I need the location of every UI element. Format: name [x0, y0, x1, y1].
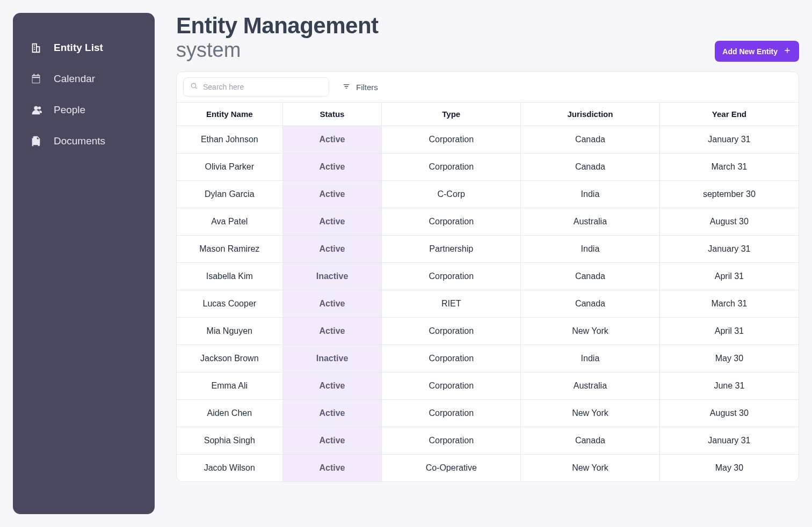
- cell-type: RIET: [382, 290, 521, 318]
- table-header-row: Entity Name Status Type Jurisdiction Yea…: [177, 103, 799, 126]
- cell-type: Partnership: [382, 236, 521, 263]
- sidebar-item-label: Documents: [54, 135, 105, 147]
- cell-status: Inactive: [282, 263, 382, 290]
- cell-jurisdiction: New York: [521, 455, 660, 482]
- search-box[interactable]: [183, 77, 329, 97]
- table-row[interactable]: Ava PatelActiveCorporationAustraliaAugus…: [177, 208, 799, 236]
- table-row[interactable]: Aiden ChenActiveCorporationNew YorkAugus…: [177, 400, 799, 427]
- cell-entity-name: Jackson Brown: [177, 345, 282, 372]
- cell-type: Corporation: [382, 153, 521, 181]
- table-row[interactable]: Dylan GarciaActiveC-CorpIndiaseptember 3…: [177, 181, 799, 208]
- sidebar-item-label: Calendar: [54, 73, 95, 85]
- sidebar-item-calendar[interactable]: Calendar: [26, 63, 142, 94]
- cell-year-end: May 30: [659, 455, 799, 482]
- calendar-icon: [30, 73, 42, 85]
- col-entity-name[interactable]: Entity Name: [177, 103, 282, 126]
- cell-entity-name: Ethan Johnson: [177, 126, 282, 153]
- cell-status: Active: [282, 181, 382, 208]
- sidebar-item-entity-list[interactable]: Entity List: [26, 32, 142, 63]
- sidebar-item-documents[interactable]: Documents: [26, 126, 142, 157]
- page-header: Entity Management system Add New Entity: [176, 13, 799, 62]
- cell-jurisdiction: Canada: [521, 263, 660, 290]
- cell-jurisdiction: Australia: [521, 372, 660, 400]
- cell-type: Corporation: [382, 318, 521, 345]
- filters-label: Filters: [356, 83, 378, 92]
- cell-entity-name: Olivia Parker: [177, 153, 282, 181]
- table-row[interactable]: Olivia ParkerActiveCorporationCanadaMarc…: [177, 153, 799, 181]
- table-row[interactable]: Mia NguyenActiveCorporationNew YorkApril…: [177, 318, 799, 345]
- documents-icon: [30, 135, 42, 147]
- add-button-label: Add New Entity: [722, 47, 778, 56]
- cell-type: Corporation: [382, 263, 521, 290]
- filters-icon: [342, 82, 351, 92]
- cell-entity-name: Isabella Kim: [177, 263, 282, 290]
- col-year-end[interactable]: Year End: [659, 103, 799, 126]
- table-row[interactable]: Isabella KimInactiveCorporationCanadaApr…: [177, 263, 799, 290]
- cell-year-end: March 31: [659, 153, 799, 181]
- table-row[interactable]: Jackson BrownInactiveCorporationIndiaMay…: [177, 345, 799, 372]
- cell-status: Active: [282, 236, 382, 263]
- cell-status: Active: [282, 153, 382, 181]
- cell-year-end: August 30: [659, 208, 799, 236]
- cell-year-end: June 31: [659, 372, 799, 400]
- cell-entity-name: Emma Ali: [177, 372, 282, 400]
- table-row[interactable]: Jacob WilsonActiveCo-OperativeNew YorkMa…: [177, 455, 799, 482]
- table-row[interactable]: Sophia SinghActiveCorporationCanadaJanua…: [177, 427, 799, 455]
- cell-entity-name: Dylan Garcia: [177, 181, 282, 208]
- cell-year-end: september 30: [659, 181, 799, 208]
- page-title-line1: Entity Management: [176, 13, 379, 39]
- search-input[interactable]: [203, 83, 322, 91]
- sidebar-item-label: Entity List: [54, 42, 103, 54]
- building-icon: [30, 42, 42, 54]
- sidebar-item-label: People: [54, 104, 85, 116]
- cell-type: Corporation: [382, 400, 521, 427]
- search-icon: [190, 82, 198, 92]
- cell-entity-name: Mason Ramirez: [177, 236, 282, 263]
- table-row[interactable]: Ethan JohnsonActiveCorporationCanadaJanu…: [177, 126, 799, 153]
- cell-entity-name: Mia Nguyen: [177, 318, 282, 345]
- main-content: Entity Management system Add New Entity: [176, 13, 799, 514]
- cell-entity-name: Jacob Wilson: [177, 455, 282, 482]
- cell-year-end: January 31: [659, 126, 799, 153]
- cell-jurisdiction: Canada: [521, 126, 660, 153]
- cell-status: Active: [282, 427, 382, 455]
- app-root: Entity List Calendar People Documents En…: [0, 0, 812, 527]
- col-status[interactable]: Status: [282, 103, 382, 126]
- page-title: Entity Management system: [176, 13, 379, 62]
- cell-year-end: March 31: [659, 290, 799, 318]
- cell-type: C-Corp: [382, 181, 521, 208]
- cell-jurisdiction: India: [521, 345, 660, 372]
- cell-status: Active: [282, 372, 382, 400]
- cell-status: Active: [282, 318, 382, 345]
- col-type[interactable]: Type: [382, 103, 521, 126]
- page-title-line2: system: [176, 39, 379, 62]
- svg-point-0: [191, 83, 195, 87]
- cell-type: Corporation: [382, 126, 521, 153]
- cell-jurisdiction: Australia: [521, 208, 660, 236]
- cell-jurisdiction: New York: [521, 318, 660, 345]
- plus-icon: [783, 46, 792, 56]
- cell-type: Co-Operative: [382, 455, 521, 482]
- entity-table-card: Filters Entity Name Status Type Jurisdic…: [176, 71, 799, 482]
- cell-type: Corporation: [382, 427, 521, 455]
- cell-entity-name: Sophia Singh: [177, 427, 282, 455]
- filters-button[interactable]: Filters: [342, 82, 378, 92]
- cell-status: Active: [282, 400, 382, 427]
- cell-type: Corporation: [382, 345, 521, 372]
- cell-jurisdiction: India: [521, 181, 660, 208]
- table-row[interactable]: Mason RamirezActivePartnershipIndiaJanua…: [177, 236, 799, 263]
- cell-year-end: August 30: [659, 400, 799, 427]
- col-jurisdiction[interactable]: Jurisdiction: [521, 103, 660, 126]
- cell-jurisdiction: Canada: [521, 427, 660, 455]
- people-icon: [30, 104, 42, 116]
- cell-status: Active: [282, 455, 382, 482]
- cell-status: Inactive: [282, 345, 382, 372]
- entity-table: Entity Name Status Type Jurisdiction Yea…: [177, 102, 799, 481]
- table-row[interactable]: Emma AliActiveCorporationAustraliaJune 3…: [177, 372, 799, 400]
- cell-year-end: April 31: [659, 318, 799, 345]
- table-row[interactable]: Lucas CooperActiveRIETCanadaMarch 31: [177, 290, 799, 318]
- sidebar-item-people[interactable]: People: [26, 94, 142, 126]
- cell-jurisdiction: Canada: [521, 290, 660, 318]
- cell-jurisdiction: India: [521, 236, 660, 263]
- add-new-entity-button[interactable]: Add New Entity: [715, 41, 799, 62]
